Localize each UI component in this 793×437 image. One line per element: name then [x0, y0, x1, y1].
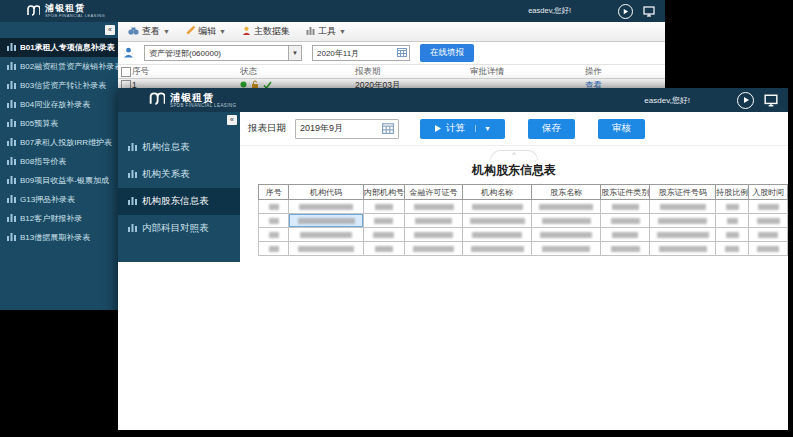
report-icon — [128, 223, 137, 234]
redacted-cell[interactable] — [749, 214, 788, 228]
redacted-cell[interactable] — [259, 200, 289, 214]
column-header: 机构代码 — [289, 185, 364, 200]
column-header: 序号 — [259, 185, 289, 200]
sidebar-item[interactable]: B07承租人投放IRR维护表 — [0, 133, 118, 152]
redacted-cell[interactable] — [404, 228, 462, 242]
redacted-cell[interactable] — [363, 228, 404, 242]
sidebar-item[interactable]: B02融资租赁资产核销补录表 — [0, 57, 118, 76]
redaction-bar — [758, 232, 779, 238]
sidebar-item[interactable]: B03信贷资产转让补录表 — [0, 76, 118, 95]
redacted-cell[interactable] — [716, 242, 749, 256]
redacted-cell[interactable] — [601, 200, 650, 214]
redaction-bar — [725, 246, 739, 252]
sidebar-item[interactable]: B05预算表 — [0, 114, 118, 133]
redacted-cell[interactable] — [259, 228, 289, 242]
redacted-cell[interactable] — [650, 242, 716, 256]
sidebar-item[interactable]: 机构关系表 — [118, 161, 240, 188]
report-icon — [7, 156, 16, 167]
redacted-cell[interactable] — [463, 242, 532, 256]
redacted-cell[interactable] — [601, 228, 650, 242]
redacted-cell[interactable] — [601, 242, 650, 256]
column-header: 股东证件类别 — [601, 185, 650, 200]
redacted-cell[interactable] — [749, 242, 788, 256]
redaction-bar — [471, 246, 524, 252]
sidebar-item[interactable]: B12客户财报补录 — [0, 209, 118, 228]
sidebar-item[interactable]: B01承租人专项信息补录表 — [0, 38, 118, 57]
sidebar-item[interactable]: B13借据展期补录表 — [0, 228, 118, 247]
sidebar-collapse-icon[interactable]: « — [227, 115, 237, 125]
audit-button[interactable]: 审核 — [598, 119, 645, 139]
table-row[interactable] — [259, 200, 788, 214]
redacted-cell[interactable] — [650, 214, 716, 228]
select-all-checkbox[interactable] — [121, 67, 131, 77]
calculate-button[interactable]: 计算 ▼ — [420, 119, 505, 139]
redacted-cell[interactable] — [650, 200, 716, 214]
sidebar-item[interactable]: G13押品补录表 — [0, 190, 118, 209]
menu-item[interactable]: 查看▼ — [128, 25, 170, 38]
sidebar-item-label: 机构信息表 — [142, 141, 190, 154]
brand-name: 浦银租赁 — [170, 92, 236, 104]
redacted-cell[interactable] — [716, 200, 749, 214]
menu-item[interactable]: 编辑▼ — [186, 25, 226, 38]
sidebar-collapse-icon[interactable]: « — [105, 25, 115, 35]
monitor-icon[interactable] — [642, 5, 655, 18]
redacted-cell[interactable] — [463, 214, 532, 228]
redacted-cell[interactable] — [289, 214, 364, 228]
chevron-down-icon: ▼ — [288, 46, 301, 60]
redacted-cell[interactable] — [363, 242, 404, 256]
redacted-cell[interactable] — [532, 214, 601, 228]
monitor-icon[interactable] — [763, 93, 778, 108]
chevron-down-icon[interactable]: ▼ — [475, 125, 491, 132]
redacted-cell[interactable] — [259, 242, 289, 256]
user-greeting: easdev,您好! — [644, 95, 690, 106]
play-icon[interactable] — [618, 4, 633, 19]
menu-item[interactable]: 工具▼ — [306, 25, 346, 38]
panel-collapse-icon[interactable]: ^ — [490, 150, 538, 160]
sidebar-item[interactable]: B08指导价表 — [0, 152, 118, 171]
redacted-cell[interactable] — [650, 228, 716, 242]
redacted-cell[interactable] — [532, 242, 601, 256]
redacted-cell[interactable] — [363, 200, 404, 214]
period-picker[interactable]: 2020年11月 — [312, 45, 410, 61]
redaction-bar — [726, 204, 739, 210]
redacted-cell[interactable] — [749, 228, 788, 242]
redacted-cell[interactable] — [289, 200, 364, 214]
redacted-cell[interactable] — [601, 214, 650, 228]
redaction-bar — [472, 204, 523, 210]
redacted-cell[interactable] — [259, 214, 289, 228]
online-fill-button[interactable]: 在线填报 — [420, 44, 474, 62]
org-select[interactable]: 资产管理部(060000) ▼ — [144, 45, 302, 61]
shareholder-table: 序号机构代码内部机构号金融许可证号机构名称股东名称股东证件类别股东证件号码持股比… — [258, 184, 788, 256]
table-row[interactable] — [259, 228, 788, 242]
menu-item[interactable]: 主数据集 — [242, 25, 290, 38]
redacted-cell[interactable] — [404, 242, 462, 256]
save-button[interactable]: 保存 — [528, 119, 575, 139]
redacted-cell[interactable] — [716, 228, 749, 242]
sidebar-item[interactable]: B09项目收益率-银票加成 — [0, 171, 118, 190]
sidebar-item[interactable]: 机构信息表 — [118, 134, 240, 161]
redacted-cell[interactable] — [404, 200, 462, 214]
redacted-cell[interactable] — [532, 200, 601, 214]
redacted-cell[interactable] — [749, 200, 788, 214]
report-date-picker[interactable]: 2019年9月 — [295, 119, 399, 139]
sidebar-item[interactable]: 机构股东信息表 — [118, 188, 240, 215]
redacted-cell[interactable] — [404, 214, 462, 228]
sidebar-item[interactable]: B04同业存放补录表 — [0, 95, 118, 114]
redaction-bar — [612, 204, 639, 210]
menu-item-label: 主数据集 — [254, 25, 290, 38]
play-icon[interactable] — [737, 92, 754, 109]
redacted-cell[interactable] — [289, 228, 364, 242]
redacted-cell[interactable] — [289, 242, 364, 256]
report-icon — [128, 169, 137, 180]
table-row[interactable] — [259, 214, 788, 228]
redacted-cell[interactable] — [716, 214, 749, 228]
table-row[interactable] — [259, 242, 788, 256]
pencil-icon — [186, 26, 195, 37]
front-sidebar-list: 机构信息表机构关系表机构股东信息表内部科目对照表 — [118, 112, 240, 242]
redacted-cell[interactable] — [463, 228, 532, 242]
redacted-cell[interactable] — [532, 228, 601, 242]
redacted-cell[interactable] — [363, 214, 404, 228]
redaction-bar — [757, 246, 779, 252]
redacted-cell[interactable] — [463, 200, 532, 214]
sidebar-item[interactable]: 内部科目对照表 — [118, 215, 240, 242]
